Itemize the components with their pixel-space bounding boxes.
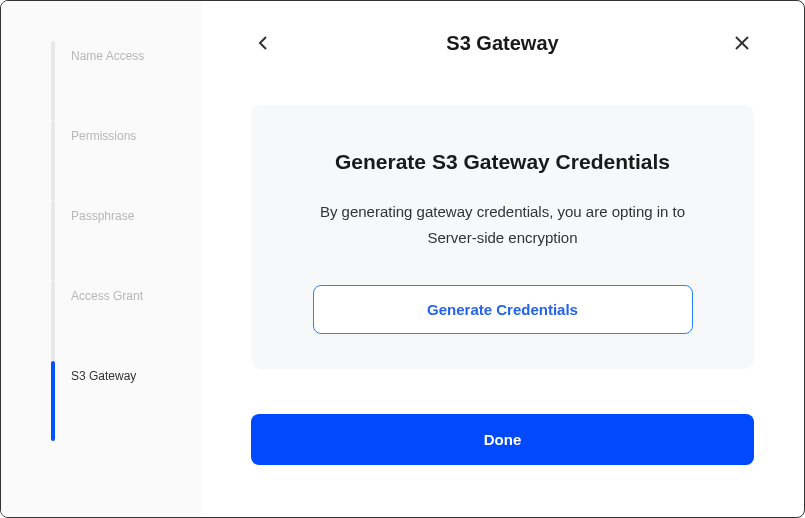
done-button[interactable]: Done <box>251 414 754 465</box>
close-icon[interactable] <box>730 31 754 55</box>
dialog-container: Name Access Permissions Passphrase Acces… <box>1 1 804 517</box>
dialog-header: S3 Gateway <box>251 31 754 55</box>
step-label: Passphrase <box>71 209 134 223</box>
step-rail <box>51 281 55 361</box>
step-rail <box>51 361 55 441</box>
step-passphrase[interactable]: Passphrase <box>51 201 201 281</box>
step-label: Access Grant <box>71 289 143 303</box>
step-name-access[interactable]: Name Access <box>51 41 201 121</box>
step-rail <box>51 121 55 201</box>
step-label: Permissions <box>71 129 136 143</box>
main-panel: S3 Gateway Generate S3 Gateway Credentia… <box>201 1 804 517</box>
credentials-card: Generate S3 Gateway Credentials By gener… <box>251 105 754 369</box>
step-label: Name Access <box>71 49 144 63</box>
generate-credentials-button[interactable]: Generate Credentials <box>313 285 693 334</box>
back-icon[interactable] <box>251 31 275 55</box>
step-access-grant[interactable]: Access Grant <box>51 281 201 361</box>
step-rail <box>51 201 55 281</box>
wizard-sidebar: Name Access Permissions Passphrase Acces… <box>1 1 201 517</box>
card-title: Generate S3 Gateway Credentials <box>286 150 719 174</box>
page-title: S3 Gateway <box>446 32 558 55</box>
step-label: S3 Gateway <box>71 369 136 383</box>
step-permissions[interactable]: Permissions <box>51 121 201 201</box>
step-rail <box>51 41 55 121</box>
card-description: By generating gateway credentials, you a… <box>286 199 719 250</box>
step-list: Name Access Permissions Passphrase Acces… <box>51 41 201 477</box>
step-s3-gateway[interactable]: S3 Gateway <box>51 361 201 441</box>
